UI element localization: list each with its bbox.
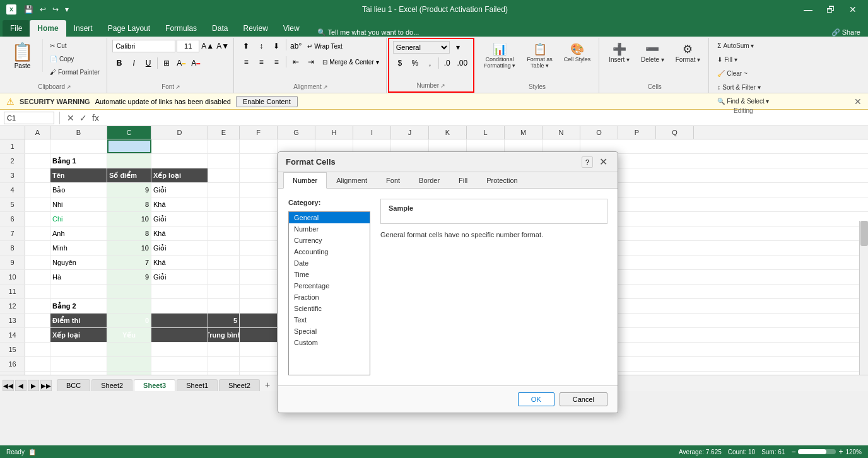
cell-d15[interactable] bbox=[151, 343, 208, 356]
cell-b7[interactable]: Anh bbox=[50, 226, 107, 240]
cell-c16[interactable] bbox=[107, 357, 151, 371]
cell-f3[interactable] bbox=[240, 168, 278, 182]
col-header-k[interactable]: K bbox=[429, 126, 467, 139]
cell-d12[interactable] bbox=[151, 299, 208, 313]
fill-button[interactable]: ⬇ Fill ▾ bbox=[714, 53, 741, 66]
cell-e4[interactable] bbox=[208, 183, 240, 197]
modal-help-button[interactable]: ? bbox=[582, 156, 593, 168]
cell-b5[interactable]: Nhi bbox=[50, 197, 107, 211]
cell-c6[interactable]: 10 bbox=[107, 212, 151, 226]
cell-c2[interactable] bbox=[107, 154, 151, 168]
cell-b9[interactable]: Nguyên bbox=[50, 255, 107, 269]
cell-d4[interactable]: Giỏi bbox=[151, 183, 208, 197]
cell-a16[interactable] bbox=[25, 357, 50, 371]
cell-c13[interactable]: 0 bbox=[107, 314, 151, 327]
col-header-j[interactable]: J bbox=[391, 126, 429, 139]
insert-button[interactable]: ➕ Insert ▾ bbox=[604, 39, 634, 66]
col-header-b[interactable]: B bbox=[50, 126, 107, 139]
cell-b16[interactable] bbox=[50, 357, 107, 371]
cell-b15[interactable] bbox=[50, 343, 107, 356]
col-header-c[interactable]: C bbox=[107, 126, 151, 139]
sort-filter-button[interactable]: ↕ Sort & Filter ▾ bbox=[714, 81, 764, 93]
customize-qat-button[interactable]: ▾ bbox=[62, 4, 71, 15]
number-format-select[interactable]: General bbox=[393, 41, 450, 54]
cat-item-text[interactable]: Text bbox=[289, 314, 370, 326]
cell-f16[interactable] bbox=[240, 357, 278, 371]
zoom-in-button[interactable]: + bbox=[838, 447, 843, 456]
font-expand-icon[interactable]: ↗ bbox=[175, 84, 180, 90]
font-size-input[interactable] bbox=[177, 40, 199, 52]
delete-button[interactable]: ➖ Delete ▾ bbox=[636, 39, 669, 66]
modal-tab-protection[interactable]: Protection bbox=[477, 172, 527, 189]
tab-formulas[interactable]: Formulas bbox=[158, 20, 204, 37]
decrease-indent-button[interactable]: ⇤ bbox=[289, 55, 303, 69]
cut-button[interactable]: ✂ Cut bbox=[47, 39, 103, 52]
cell-d16[interactable] bbox=[151, 357, 208, 371]
share-button[interactable]: 🔗 Share bbox=[824, 28, 868, 37]
tab-home[interactable]: Home bbox=[30, 20, 66, 37]
cell-a14[interactable] bbox=[25, 328, 50, 342]
cat-item-time[interactable]: Time bbox=[289, 269, 370, 280]
cell-d10[interactable]: Giỏi bbox=[151, 270, 208, 284]
cell-c10[interactable]: 9 bbox=[107, 270, 151, 284]
format-painter-button[interactable]: 🖌 Format Painter bbox=[47, 66, 103, 78]
col-header-i[interactable]: I bbox=[353, 126, 391, 139]
col-header-e[interactable]: E bbox=[208, 126, 240, 139]
cell-e6[interactable] bbox=[208, 212, 240, 226]
cell-d14[interactable] bbox=[151, 328, 208, 342]
sheet-tab-sheet3[interactable]: Sheet3 bbox=[134, 379, 175, 391]
cell-e15[interactable] bbox=[208, 343, 240, 356]
font-name-input[interactable] bbox=[112, 40, 175, 52]
cell-a13[interactable] bbox=[25, 314, 50, 327]
cancel-button[interactable]: Cancel bbox=[560, 392, 607, 406]
increase-font-button[interactable]: A▲ bbox=[201, 39, 214, 53]
cell-f2[interactable] bbox=[240, 154, 278, 168]
cell-e3[interactable] bbox=[208, 168, 240, 182]
tab-file[interactable]: File bbox=[3, 20, 30, 37]
col-header-m[interactable]: M bbox=[505, 126, 542, 139]
cell-a8[interactable] bbox=[25, 241, 50, 255]
cell-d8[interactable]: Giỏi bbox=[151, 241, 208, 255]
confirm-formula-button[interactable]: ✓ bbox=[78, 113, 89, 123]
cell-d6[interactable]: Giỏi bbox=[151, 212, 208, 226]
number-expand-icon[interactable]: ↗ bbox=[440, 83, 445, 89]
undo-button[interactable]: ↩ bbox=[37, 4, 49, 15]
cell-f13[interactable] bbox=[240, 314, 278, 327]
cell-a3[interactable] bbox=[25, 168, 50, 182]
sheet-tab-sheet2[interactable]: Sheet2 bbox=[91, 379, 132, 391]
align-right-button[interactable]: ≡ bbox=[269, 55, 283, 69]
cell-f9[interactable] bbox=[240, 255, 278, 269]
col-header-o[interactable]: O bbox=[580, 126, 618, 139]
enable-content-button[interactable]: Enable Content bbox=[236, 96, 298, 107]
sheet-nav-next[interactable]: ▶ bbox=[28, 380, 39, 391]
cat-item-date[interactable]: Date bbox=[289, 257, 370, 269]
cell-d13[interactable] bbox=[151, 314, 208, 327]
modal-tab-alignment[interactable]: Alignment bbox=[327, 172, 377, 189]
cell-e7[interactable] bbox=[208, 226, 240, 240]
cell-d11[interactable] bbox=[151, 285, 208, 298]
sheet-tab-sheet1[interactable]: Sheet1 bbox=[177, 379, 218, 391]
cell-f4[interactable] bbox=[240, 183, 278, 197]
angle-text-button[interactable]: ab° bbox=[289, 39, 303, 53]
format-as-table-button[interactable]: 📋 Format asTable ▾ bbox=[522, 39, 557, 72]
insert-function-button[interactable]: fx bbox=[90, 113, 101, 123]
category-list[interactable]: General Number Currency Accounting Date … bbox=[288, 211, 370, 375]
minimize-button[interactable]: — bbox=[799, 3, 818, 16]
cat-item-currency[interactable]: Currency bbox=[289, 235, 370, 246]
zoom-out-button[interactable]: − bbox=[791, 447, 795, 456]
cell-f6[interactable] bbox=[240, 212, 278, 226]
format-button[interactable]: ⚙ Format ▾ bbox=[671, 39, 705, 66]
decrease-decimal-button[interactable]: .0 bbox=[440, 56, 454, 70]
cell-e2[interactable] bbox=[208, 154, 240, 168]
cell-c1[interactable] bbox=[107, 139, 151, 153]
alignment-expand-icon[interactable]: ↗ bbox=[323, 84, 328, 90]
cell-a4[interactable] bbox=[25, 183, 50, 197]
percent-button[interactable]: % bbox=[408, 56, 422, 70]
cell-c8[interactable]: 10 bbox=[107, 241, 151, 255]
tab-view[interactable]: View bbox=[276, 20, 307, 37]
align-top-button[interactable]: ⬆ bbox=[239, 39, 253, 53]
merge-center-button[interactable]: ⊡ Merge & Center ▾ bbox=[319, 57, 382, 68]
cell-c12[interactable] bbox=[107, 299, 151, 313]
tell-me-box[interactable]: 🔍 Tell me what you want to do... bbox=[312, 28, 425, 37]
col-header-p[interactable]: P bbox=[618, 126, 656, 139]
